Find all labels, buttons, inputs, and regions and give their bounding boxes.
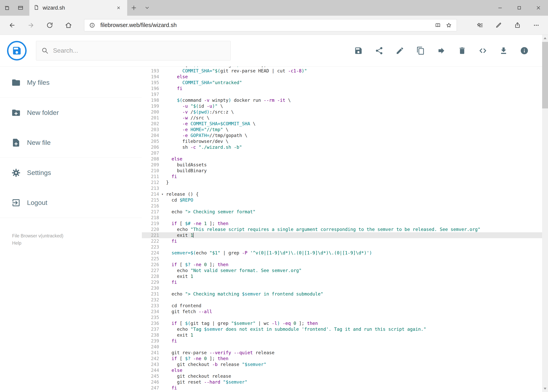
tabs-aside-icon[interactable] — [0, 0, 14, 16]
code-line-240[interactable]: 240 — [142, 344, 548, 350]
code-line-233[interactable]: 233 cd frontend — [142, 303, 548, 309]
scrollbar-up-icon[interactable] — [544, 37, 547, 39]
tab-close-icon[interactable] — [114, 4, 123, 12]
code-line-200[interactable]: 200 -v /$(pwd):/src:z \ — [142, 109, 548, 115]
code-line-231[interactable]: 231 echo "> Checking matching $semver in… — [142, 291, 548, 297]
home-button[interactable] — [59, 18, 77, 33]
code-line-241[interactable]: 241 git rev-parse --verify --quiet relea… — [142, 350, 548, 356]
code-line-239[interactable]: 239 fi — [142, 338, 548, 344]
code-line-193[interactable]: 193 COMMIT_SHA="$(git rev-parse HEAD | c… — [142, 68, 548, 74]
code-line-209[interactable]: 209 buildAssets — [142, 162, 548, 168]
save-button[interactable] — [354, 46, 363, 55]
code-view-button[interactable] — [478, 46, 487, 55]
code-line-215[interactable]: 215 cd $REPO — [142, 197, 548, 203]
browser-tab[interactable]: wizard.sh — [29, 0, 127, 16]
code-line-204[interactable]: 204 -e GOPATH=//tmp/gopath \ — [142, 133, 548, 138]
hub-favorites-icon[interactable] — [471, 18, 489, 33]
new-tab-button[interactable] — [127, 0, 140, 16]
code-line-198[interactable]: 198 $(command -v winpty) docker run --rm… — [142, 97, 548, 103]
address-bar[interactable]: filebrowser.web/files/wizard.sh — [84, 19, 457, 31]
page-info-icon[interactable] — [88, 21, 96, 29]
code-line-226[interactable]: 226 if [ $? -ne 0 ]; then — [142, 262, 548, 267]
code-line-197[interactable]: 197 — [142, 91, 548, 97]
search-input[interactable] — [53, 47, 225, 54]
download-button[interactable] — [499, 46, 508, 55]
code-line-243[interactable]: 243 git checkout -b release "$semver" — [142, 362, 548, 367]
code-line-218[interactable]: 218 — [142, 215, 548, 221]
move-button[interactable] — [437, 46, 446, 55]
fold-marker-icon[interactable]: ▾ — [159, 191, 166, 197]
code-editor[interactable]: 192 if [ "$(command -v git)" != "" ]; th… — [142, 66, 548, 392]
sidebar-item-new-file[interactable]: New file — [0, 128, 142, 158]
filebrowser-logo[interactable] — [7, 41, 27, 61]
sidebar-item-logout[interactable]: Logout — [0, 188, 142, 218]
code-line-219[interactable]: 219 if [ $# -ne 1 ]; then — [142, 221, 548, 226]
code-line-212[interactable]: 212} — [142, 179, 548, 185]
code-line-247[interactable]: 247 fi — [142, 385, 548, 391]
code-line-195[interactable]: 195 COMMIT_SHA="untracked" — [142, 80, 548, 85]
code-line-216[interactable]: 216 — [142, 203, 548, 209]
code-line-238[interactable]: 238 exit 1 — [142, 332, 548, 338]
code-line-220[interactable]: 220 echo "This release script requires a… — [142, 226, 548, 232]
scrollbar-down-icon[interactable] — [544, 388, 547, 390]
forward-button[interactable] — [22, 18, 40, 33]
code-line-228[interactable]: 228 exit 1 — [142, 273, 548, 279]
code-line-244[interactable]: 244 else — [142, 367, 548, 373]
code-line-245[interactable]: 245 git checkout release — [142, 373, 548, 379]
page-scrollbar[interactable] — [542, 35, 548, 392]
code-line-205[interactable]: 205 filebrowser/dev \ — [142, 138, 548, 144]
favorite-star-icon[interactable] — [445, 21, 453, 29]
share-button[interactable] — [375, 46, 384, 55]
code-line-210[interactable]: 210 buildBinary — [142, 168, 548, 174]
minimize-button[interactable] — [491, 0, 510, 16]
code-line-235[interactable]: 235 — [142, 315, 548, 320]
more-menu-icon[interactable] — [527, 18, 546, 33]
help-link[interactable]: Help — [12, 239, 142, 247]
code-line-192[interactable]: 192 if [ "$(command -v git)" != "" ]; th… — [142, 66, 548, 68]
code-line-213[interactable]: 213 — [142, 185, 548, 191]
reading-view-icon[interactable] — [434, 21, 442, 29]
code-line-206[interactable]: 206 sh -c "./wizard.sh -b" — [142, 144, 548, 150]
code-line-230[interactable]: 230 — [142, 285, 548, 291]
code-line-196[interactable]: 196 fi — [142, 85, 548, 91]
code-line-234[interactable]: 234 git fetch --all — [142, 309, 548, 315]
code-line-214[interactable]: 214▾release () { — [142, 191, 548, 197]
sidebar-item-my-files[interactable]: My files — [0, 68, 142, 98]
code-line-237[interactable]: 237 echo "Tag $semver does not exist in … — [142, 326, 548, 332]
close-button[interactable] — [529, 0, 548, 16]
code-line-232[interactable]: 232 — [142, 297, 548, 303]
code-line-223[interactable]: 223 — [142, 244, 548, 250]
sidebar-item-new-folder[interactable]: New folder — [0, 98, 142, 128]
copy-button[interactable] — [416, 46, 425, 55]
scrollbar-thumb[interactable] — [542, 42, 548, 108]
code-line-202[interactable]: 202 -e COMMIT_SHA=$COMMIT_SHA \ — [142, 121, 548, 127]
code-line-222[interactable]: 222 fi — [142, 238, 548, 244]
search-box[interactable] — [36, 41, 231, 61]
share-icon[interactable] — [508, 18, 527, 33]
code-line-211[interactable]: 211 fi — [142, 174, 548, 179]
code-line-246[interactable]: 246 git reset --hard "$semver" — [142, 379, 548, 385]
back-button[interactable] — [3, 18, 21, 33]
code-line-201[interactable]: 201 -w //src \ — [142, 115, 548, 121]
code-line-242[interactable]: 242 if [ $? -ne 0 ]; then — [142, 356, 548, 362]
code-line-221[interactable]: 221 exit 1 — [142, 232, 548, 238]
edit-button[interactable] — [395, 46, 405, 55]
code-line-225[interactable]: 225 — [142, 256, 548, 262]
code-line-208[interactable]: 208 else — [142, 156, 548, 162]
tab-preview-icon[interactable] — [14, 0, 28, 16]
tab-list-chevron-icon[interactable] — [140, 0, 154, 16]
code-line-194[interactable]: 194 else — [142, 74, 548, 80]
code-line-217[interactable]: 217 echo "> Checking semver format" — [142, 209, 548, 215]
code-line-199[interactable]: 199 -u "$(id -u)" \ — [142, 103, 548, 109]
code-line-229[interactable]: 229 fi — [142, 279, 548, 285]
code-line-236[interactable]: 236 if [ $(git tag | grep "$semver" | wc… — [142, 320, 548, 326]
web-note-pen-icon[interactable] — [489, 18, 508, 33]
maximize-button[interactable] — [510, 0, 529, 16]
delete-button[interactable] — [458, 46, 467, 55]
refresh-button[interactable] — [41, 18, 59, 33]
code-line-203[interactable]: 203 -e HOME="//tmp" \ — [142, 127, 548, 133]
code-line-224[interactable]: 224 semver=$(echo "$1" | grep -P '^v(0|[… — [142, 250, 548, 256]
code-line-227[interactable]: 227 echo "Not valid semver format. See s… — [142, 267, 548, 273]
info-button[interactable] — [520, 46, 529, 55]
url-text[interactable]: filebrowser.web/files/wizard.sh — [100, 22, 177, 28]
